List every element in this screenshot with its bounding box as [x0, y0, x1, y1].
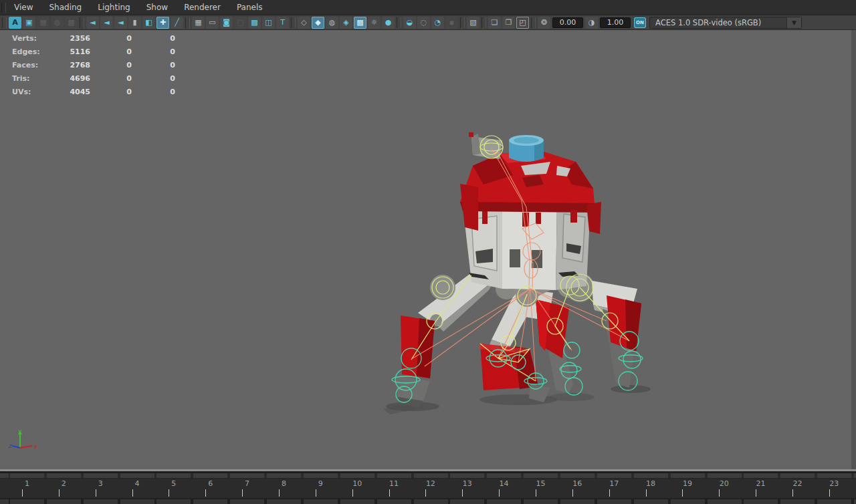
menu-view[interactable]: View	[6, 0, 41, 15]
range-slider[interactable]	[0, 498, 856, 504]
timeline-frame-17[interactable]: 17	[596, 479, 633, 498]
menu-shading[interactable]: Shading	[41, 0, 90, 15]
exposure-field[interactable]: 0.00	[552, 17, 583, 28]
menubar-grip[interactable]	[1, 3, 6, 13]
motion-blur-button[interactable]: ◌	[417, 17, 430, 29]
toolbar-separator	[185, 17, 190, 28]
color-space-dropdown[interactable]: ACES 1.0 SDR-video (sRGB)▼	[649, 17, 802, 29]
exposure-icon[interactable]: ❂	[538, 17, 550, 29]
textured-display-button[interactable]: ◍	[326, 17, 338, 29]
frame-tick	[96, 489, 96, 497]
timeline-frame-2[interactable]: 2	[45, 479, 82, 498]
hud-value: 5116	[54, 47, 90, 56]
menu-show[interactable]: Show	[138, 0, 176, 15]
frame-tick	[352, 489, 353, 497]
timeline-frame-12[interactable]: 12	[412, 479, 449, 498]
gate-mask-button[interactable]: ▢	[234, 17, 247, 29]
resolution-gate-button[interactable]: ◙	[220, 17, 233, 29]
menu-renderer[interactable]: Renderer	[176, 0, 229, 15]
wireframe-on-shaded-button[interactable]: ▩	[354, 17, 366, 29]
timeline-frame-15[interactable]: 15	[522, 479, 559, 498]
timeline-frame-13[interactable]: 13	[449, 479, 486, 498]
color-management-toggle[interactable]: ON	[634, 17, 646, 28]
viewport-canvas[interactable]: Verts:235600Edges:511600Faces:276800Tris…	[0, 30, 856, 471]
timeline-frame-22[interactable]: 22	[779, 479, 816, 498]
marquee-select-button[interactable]: ▩	[65, 17, 78, 29]
frame-number: 15	[522, 479, 559, 488]
hud-value: 4045	[54, 88, 90, 96]
gamma-field[interactable]: 1.00	[600, 17, 631, 28]
timeline-frame-9[interactable]: 9	[302, 479, 339, 498]
xray-joints-button[interactable]: ❐	[502, 17, 515, 29]
time-slider[interactable]: 1234567891011121314151617181920212223	[0, 473, 856, 498]
timeline-frame-8[interactable]: 8	[265, 479, 302, 498]
shaded-display-button[interactable]: ◆	[312, 17, 324, 29]
film-gate-button[interactable]: ▭	[206, 17, 219, 29]
chevron-down-icon[interactable]: ▼	[786, 17, 801, 28]
occlusion-button[interactable]: ◒	[403, 17, 416, 29]
paint-select-button[interactable]: ◍	[51, 17, 64, 29]
camera-button[interactable]: ◄	[86, 17, 99, 29]
image-plane-button[interactable]: ◧	[142, 17, 155, 29]
select-border-edge-button[interactable]: ▣	[23, 17, 35, 29]
lock-camera-button[interactable]: ◄	[100, 17, 113, 29]
isolate-select-button[interactable]: ▧	[467, 17, 479, 29]
field-chart-button[interactable]: ▩	[248, 17, 261, 29]
hud-value: 0	[90, 88, 132, 96]
frame-number: 3	[82, 479, 119, 488]
lasso-select-button[interactable]: ▦	[37, 17, 49, 29]
anti-aliasing-button[interactable]: ◔	[431, 17, 444, 29]
menu-lighting[interactable]: Lighting	[90, 0, 138, 15]
timeline-frame-1[interactable]: 1	[9, 479, 45, 498]
timeline-frame-18[interactable]: 18	[633, 479, 669, 498]
frame-tick	[646, 489, 647, 497]
timeline-frame-3[interactable]: 3	[82, 479, 119, 498]
timeline-frame-4[interactable]: 4	[119, 479, 156, 498]
frame-tick	[609, 489, 610, 497]
timeline-frame-20[interactable]: 20	[706, 479, 742, 498]
select-camera-attributes-button[interactable]: A	[9, 17, 21, 29]
timeline-frame-14[interactable]: 14	[486, 479, 522, 498]
hud-value: 0	[132, 47, 175, 56]
use-default-material-button[interactable]: ◈	[340, 17, 352, 29]
timeline-frame-5[interactable]: 5	[155, 479, 192, 498]
menu-panels[interactable]: Panels	[229, 0, 271, 15]
wireframe-display-button[interactable]: ◇	[298, 17, 310, 29]
frame-number: 2	[45, 479, 82, 488]
timeline-frame-11[interactable]: 11	[376, 479, 413, 498]
hud-row-tris: Tris:469600	[0, 72, 175, 85]
timeline-frame-19[interactable]: 19	[669, 479, 706, 498]
frame-tick	[132, 489, 133, 497]
grid-button[interactable]: ▦	[192, 17, 205, 29]
hud-value: 0	[132, 34, 175, 43]
hud-value: 0	[90, 61, 132, 70]
safe-title-button[interactable]: T	[276, 17, 289, 29]
viewport-toolbar: A▣▦◍▩◄◄◄▮◧✚╱▦▭◙▢▩◫T◇◆◍◈▩☼●◒◌◔▪▧❏❐◰❂0.00◑…	[0, 15, 856, 30]
depth-of-field-button[interactable]: ▪	[445, 17, 458, 29]
camera-attributes-button[interactable]: ◄	[114, 17, 127, 29]
pan-zoom-tool-button[interactable]: ✚	[156, 17, 169, 29]
timeline-frame-16[interactable]: 16	[559, 479, 596, 498]
grease-pencil-button[interactable]: ╱	[171, 17, 183, 29]
bookmark-button[interactable]: ▮	[128, 17, 141, 29]
robot-model[interactable]	[371, 120, 659, 414]
frame-number: 14	[486, 479, 522, 488]
xray-button[interactable]: ❏	[488, 17, 501, 29]
timeline-frame-6[interactable]: 6	[192, 479, 229, 498]
safe-action-button[interactable]: ◫	[262, 17, 275, 29]
timeline-frame-7[interactable]: 7	[229, 479, 265, 498]
poly-count-hud: Verts:235600Edges:511600Faces:276800Tris…	[0, 31, 175, 98]
frame-tick	[756, 489, 756, 497]
frame-number: 17	[596, 479, 633, 488]
frame-number: 5	[155, 479, 192, 488]
hud-row-verts: Verts:235600	[0, 31, 175, 45]
frame-number: 22	[779, 479, 816, 488]
timeline-frame-10[interactable]: 10	[339, 479, 376, 498]
contrast-icon[interactable]: ◑	[585, 17, 598, 29]
frame-tick	[59, 489, 60, 497]
plane-slice-button[interactable]: ◰	[516, 17, 529, 29]
lights-button[interactable]: ☼	[368, 17, 381, 29]
timeline-frame-21[interactable]: 21	[742, 479, 779, 498]
shadows-button[interactable]: ●	[382, 17, 395, 29]
timeline-frame-23[interactable]: 23	[816, 479, 853, 498]
